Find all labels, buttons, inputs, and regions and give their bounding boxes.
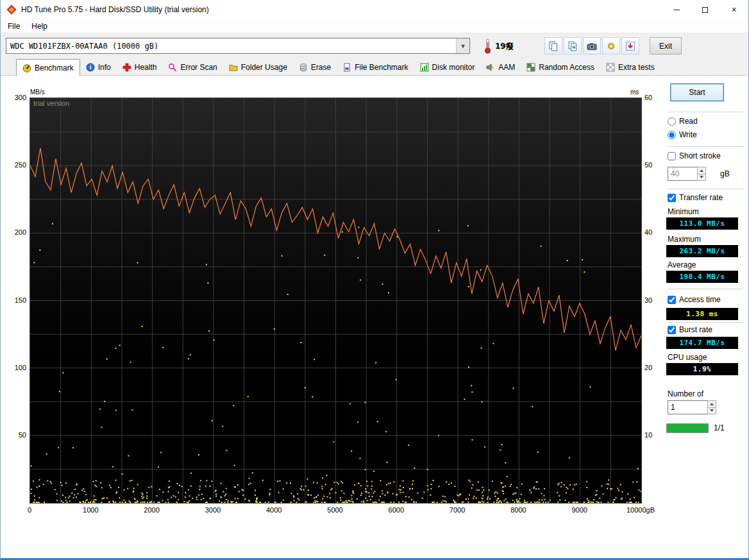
- read-radio[interactable]: [668, 117, 676, 126]
- axis-tick-label: 4000: [266, 506, 282, 514]
- update-button[interactable]: [621, 37, 639, 55]
- app-icon: [6, 4, 17, 15]
- tab-label: File Benchmark: [355, 63, 408, 72]
- axis-tick-label: 30: [644, 296, 664, 304]
- access-time-label: Access time: [679, 295, 721, 304]
- trial-watermark: trial version: [33, 99, 69, 107]
- axis-tick-label: 20: [644, 364, 664, 371]
- menu-help[interactable]: Help: [26, 20, 53, 33]
- tab-extra-tests[interactable]: Extra tests: [600, 60, 661, 75]
- short-stroke-row[interactable]: Short stroke: [668, 151, 721, 160]
- spin-down-button[interactable]: [698, 174, 705, 181]
- separator: [668, 112, 743, 113]
- average-value: 198.4 MB/s: [666, 271, 738, 283]
- drive-selector-input[interactable]: [6, 38, 456, 53]
- separator: [668, 289, 743, 290]
- write-label: Write: [679, 130, 697, 139]
- axis-tick-label: 3000: [205, 506, 221, 514]
- short-stroke-unit: gB: [720, 169, 730, 178]
- progress-label: 1/1: [714, 423, 725, 432]
- axis-tick-label: 7000: [450, 506, 465, 514]
- separator: [668, 189, 743, 190]
- write-radio[interactable]: [668, 131, 676, 139]
- copy-text-button[interactable]: [544, 37, 562, 55]
- axis-tick-label: 250: [1, 161, 26, 169]
- tab-folder-usage[interactable]: Folder Usage: [223, 60, 293, 75]
- exit-button[interactable]: Exit: [650, 37, 682, 55]
- options-icon: [605, 40, 617, 52]
- axis-tick-label: 100: [1, 364, 26, 371]
- random-access-icon: [526, 63, 535, 72]
- short-stroke-spinner[interactable]: [668, 167, 706, 181]
- tab-random-access[interactable]: Random Access: [521, 60, 600, 75]
- spin-down-button[interactable]: [708, 407, 716, 414]
- maximize-button[interactable]: [691, 0, 720, 19]
- tab-aam[interactable]: AAM: [480, 60, 521, 75]
- axis-tick-label: 50: [644, 161, 664, 169]
- tab-erase[interactable]: Erase: [293, 60, 337, 75]
- tab-label: Error Scan: [180, 63, 217, 72]
- title-bar: HD Tune Pro 5.75 - Hard Disk/SSD Utility…: [1, 0, 748, 19]
- download-icon: [625, 40, 636, 52]
- tab-label: Benchmark: [35, 64, 74, 72]
- short-stroke-checkbox[interactable]: [668, 152, 676, 160]
- spin-up-button[interactable]: [698, 167, 705, 174]
- cpu-usage-label: CPU usage: [668, 353, 707, 362]
- axis-tick-label: 150: [1, 296, 26, 304]
- screenshot-button[interactable]: [583, 37, 601, 55]
- spin-up-button[interactable]: [708, 401, 716, 407]
- toolbar: ▼ 19癈: [1, 33, 748, 59]
- tab-label: Extra tests: [618, 63, 655, 72]
- close-icon: ×: [731, 5, 736, 14]
- tab-disk-monitor[interactable]: Disk monitor: [414, 60, 481, 75]
- drive-selector[interactable]: ▼: [6, 38, 470, 54]
- axis-tick-label: 0: [28, 506, 31, 514]
- access-time-row[interactable]: Access time: [668, 295, 721, 304]
- svg-text:i: i: [89, 64, 91, 71]
- burst-rate-checkbox[interactable]: [668, 326, 676, 334]
- axis-tick-label: 8000: [510, 506, 526, 514]
- axis-tick-label: 40: [644, 228, 664, 236]
- benchmark-chart: trial version: [29, 98, 642, 504]
- tab-label: Random Access: [539, 63, 594, 72]
- number-of-input[interactable]: [668, 400, 707, 414]
- disk-monitor-icon: [420, 63, 429, 72]
- axis-tick-label: 10: [644, 431, 664, 439]
- copy-image-button[interactable]: [564, 37, 582, 55]
- transfer-rate-label: Transfer rate: [679, 193, 723, 202]
- short-stroke-input[interactable]: [668, 167, 697, 181]
- menu-file[interactable]: File: [2, 20, 26, 33]
- tab-error-scan[interactable]: Error Scan: [162, 60, 223, 75]
- burst-rate-row[interactable]: Burst rate: [668, 325, 712, 334]
- read-radio-row[interactable]: Read: [668, 117, 698, 126]
- tab-health[interactable]: Health: [117, 60, 163, 75]
- maximum-label: Maximum: [668, 235, 701, 244]
- transfer-rate-row[interactable]: Transfer rate: [668, 193, 723, 202]
- access-time-checkbox[interactable]: [668, 296, 676, 304]
- minimize-icon: [673, 10, 680, 10]
- tab-file-benchmark[interactable]: File Benchmark: [337, 60, 414, 75]
- file-benchmark-icon: [342, 63, 351, 72]
- minimize-button[interactable]: [662, 0, 691, 19]
- progress-bar: [666, 423, 709, 433]
- temperature-value: 19癈: [495, 41, 514, 52]
- number-of-spinner[interactable]: [668, 400, 716, 414]
- chevron-down-icon[interactable]: ▼: [456, 38, 469, 53]
- axis-tick-label: 50: [1, 431, 26, 439]
- left-axis-unit: MB/s: [30, 89, 45, 96]
- options-button[interactable]: [602, 37, 620, 55]
- tab-label: Disk monitor: [432, 63, 475, 72]
- benchmark-icon: [22, 64, 31, 72]
- tab-info[interactable]: i Info: [80, 60, 117, 75]
- copy-image-icon: [567, 40, 578, 52]
- tab-benchmark[interactable]: Benchmark: [16, 59, 80, 76]
- write-radio-row[interactable]: Write: [668, 130, 697, 139]
- start-button[interactable]: Start: [670, 83, 724, 101]
- axis-tick-label: 9000: [571, 506, 587, 514]
- control-panel: Start Read Write Short stroke: [665, 76, 748, 558]
- close-button[interactable]: ×: [720, 0, 748, 19]
- maximize-icon: [702, 7, 708, 13]
- thermometer-icon: [484, 38, 492, 54]
- health-icon: [122, 63, 131, 72]
- transfer-rate-checkbox[interactable]: [668, 194, 676, 202]
